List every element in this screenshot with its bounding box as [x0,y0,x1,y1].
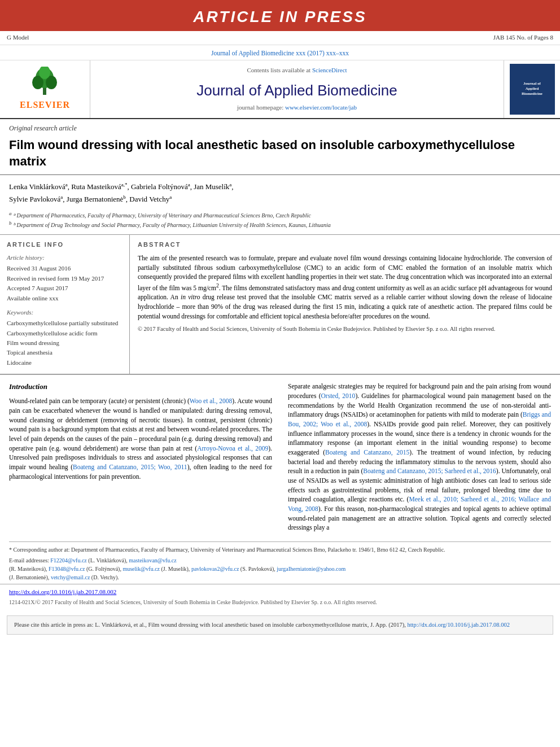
keyword-3: Film wound dressing [7,339,123,347]
keyword-2: Carboxymethylcellulose acidic form [7,329,123,338]
email-masteikova[interactable]: masteikovan@vfu.cz [129,557,176,563]
header-logo: ELSEVIER [0,60,90,118]
history-available: Available online xxx [7,294,123,303]
affiliations: a ᵃ Department of Pharmaceutics, Faculty… [0,208,560,235]
history-accepted: Accepted 7 August 2017 [7,284,123,292]
footnotes-area: * Corresponding author at: Department of… [9,541,551,584]
history-revised: Received in revised form 19 May 2017 [7,274,123,283]
jab-info: JAB 145 No. of Pages 8 [493,33,553,42]
email-foltynova[interactable]: F13048@vfu.cz [49,566,85,572]
sciencedirect-link[interactable]: ScienceDirect [312,67,347,73]
email-muselik[interactable]: muselik@vfu.cz [123,566,160,572]
journal-homepage-link[interactable]: www.elsevier.com/locate/jab [285,104,357,111]
cite-arroyo[interactable]: Arroyo-Novoa et al., 2009 [197,445,268,452]
journal-cover: Journal ofAppliedBiomedicine [510,64,555,115]
journal-cover-title: Journal ofAppliedBiomedicine [522,81,542,97]
elsevier-logo: ELSEVIER [20,67,70,111]
introduction-title: Introduction [9,382,272,392]
article-title: Film wound dressing with local anestheti… [0,134,560,174]
header-area: ELSEVIER Contents lists available at Sci… [0,60,560,119]
journal-link[interactable]: Journal of Applied Biomedicine xxx (2017… [211,50,349,56]
main-col-right: Separate analgesic strategies may be req… [280,382,560,537]
authors-line: Lenka Vinklárkováa, Ruta Masteikováa,*, … [0,175,560,208]
bottom-doi: http://dx.doi.org/10.1016/j.jab.2017.08.… [0,584,560,597]
intro-paragraph-1: Wound-related pain can be temporary (acu… [9,396,272,481]
main-content: Introduction Wound-related pain can be t… [0,375,560,537]
cite-briggs[interactable]: Briggs and Bou, 2002; Woo et al., 2008 [288,411,551,427]
journal-main-title: Journal of Applied Biomedicine [196,80,397,101]
cite-boateng3[interactable]: Boateng and Catanzano, 2015; Sarheed et … [363,468,496,474]
keywords-title: Keywords: [7,308,123,317]
cite-woo-2008[interactable]: Woo et al., 2008 [190,397,233,404]
journal-homepage-line: journal homepage: www.elsevier.com/locat… [237,103,357,112]
keyword-4: Topical anesthesia [7,348,123,357]
citation-box: Please cite this article in press as: L.… [7,615,553,635]
citation-doi-link[interactable]: http://dx.doi.org/10.1016/j.jab.2017.08.… [407,622,510,628]
article-history-title: Article history: [7,254,123,262]
history-received: Received 31 August 2016 [7,264,123,273]
contents-line: Contents lists available at ScienceDirec… [247,66,347,75]
intro-paragraph-2: Separate analgesic strategies may be req… [288,382,551,532]
footnote-corresponding: * Corresponding author at: Department of… [9,545,551,554]
article-info-abstract: ARTICLE INFO Article history: Received 3… [0,235,560,375]
abstract-copyright: © 2017 Faculty of Health and Social Scie… [138,325,552,334]
header-right: Journal ofAppliedBiomedicine [504,60,560,118]
email-vetchy[interactable]: vetchy@email.cz [51,574,90,580]
keyword-5: Lidocaine [7,359,123,367]
email-bernatoniene[interactable]: jurgaIherniatonie@yahoo.com [277,566,345,572]
g-model-label: G Model [7,33,493,42]
article-type: Original research article [0,119,560,134]
main-col-left: Introduction Wound-related pain can be t… [0,382,280,537]
journal-link-row: Journal of Applied Biomedicine xxx (2017… [0,45,560,60]
abstract-header: ABSTRACT [138,241,552,249]
abstract-text: The aim of the presented research was to… [138,254,552,321]
cite-boateng-2015[interactable]: Boateng and Catanzano, 2015; Woo, 2011 [73,464,187,470]
model-row: G Model JAB 145 No. of Pages 8 [0,31,560,45]
cite-orsted[interactable]: Orsted, 2010 [321,392,356,399]
cite-meek[interactable]: Meek et al., 2010; Sarheed et al., 2016;… [288,496,551,512]
elsevier-text: ELSEVIER [20,99,70,111]
doi-link[interactable]: http://dx.doi.org/10.1016/j.jab.2017.08.… [9,588,116,595]
article-info-header: ARTICLE INFO [7,241,123,249]
abstract-col: ABSTRACT The aim of the presented resear… [130,235,560,374]
keyword-1: Carboxymethylcellulose partially substit… [7,319,123,327]
cite-boateng2[interactable]: Boateng and Catanzano, 2015 [325,449,409,456]
bottom-copyright: 1214-021X/© 2017 Faculty of Health and S… [0,597,560,611]
elsevier-tree-icon [28,67,62,98]
citation-text: Please cite this article in press as: L.… [14,622,406,628]
footnote-emails: E-mail addresses: F12204@vfu.cz (L. Vink… [9,556,551,582]
email-vinklarkova[interactable]: F12204@vfu.cz [50,557,86,563]
article-in-press-banner: ARTICLE IN PRESS [0,0,560,31]
header-center: Contents lists available at ScienceDirec… [90,60,504,118]
email-pavlokova[interactable]: pavlokovas2@vfu.cz [191,566,239,572]
article-info-col: ARTICLE INFO Article history: Received 3… [0,235,130,374]
